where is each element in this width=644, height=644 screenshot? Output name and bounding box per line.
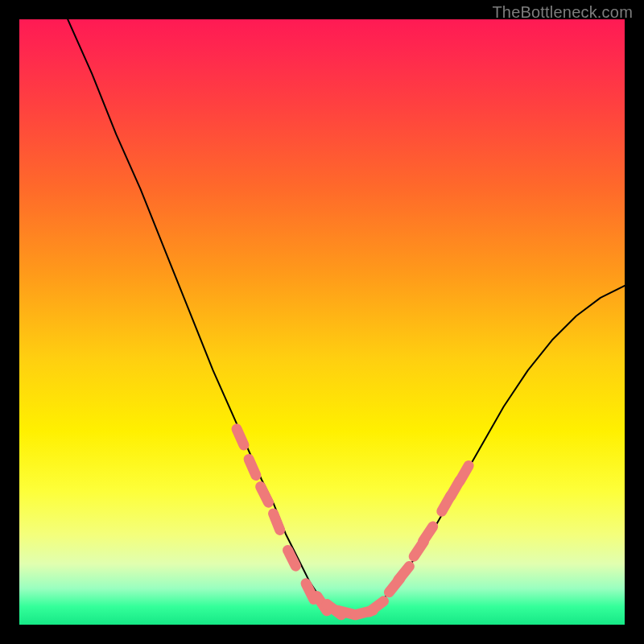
bottleneck-curve-path	[68, 19, 625, 613]
curve-marker	[274, 514, 280, 530]
marker-layer	[237, 429, 469, 615]
watermark-text: TheBottleneck.com	[492, 3, 633, 22]
curve-marker	[423, 526, 433, 541]
curve-marker	[237, 429, 244, 445]
curve-marker	[398, 566, 410, 580]
curve-marker	[369, 601, 384, 612]
curve-marker	[287, 550, 295, 566]
plot-area	[19, 19, 625, 625]
curve-marker	[261, 486, 269, 502]
bottleneck-curve	[68, 19, 625, 613]
chart-svg	[19, 19, 625, 625]
curve-marker	[249, 459, 256, 475]
chart-frame: TheBottleneck.com	[0, 0, 644, 644]
curve-marker	[460, 465, 469, 481]
